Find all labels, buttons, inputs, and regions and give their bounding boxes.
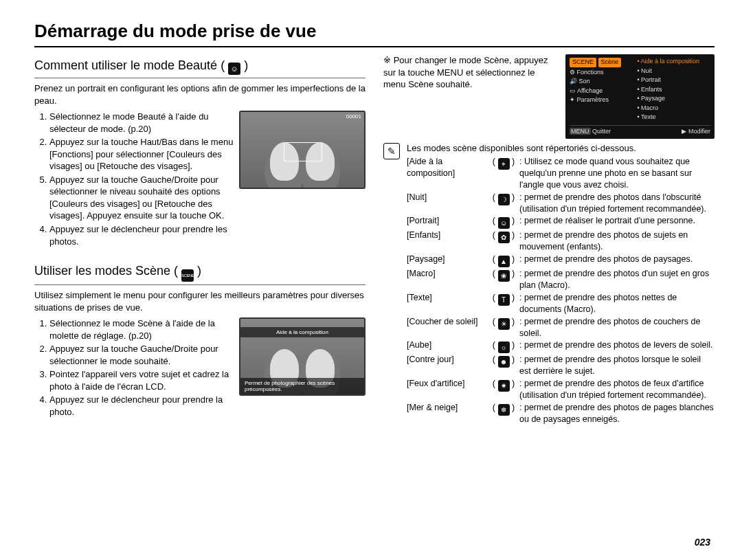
mode-row: [Contre jour]( ☻ ): permet de prendre de… [407,354,715,377]
note-content: Les modes scène disponibles sont réperto… [407,143,715,426]
mode-icon: ❄ [498,404,510,416]
mode-desc: : permet de réaliser le portrait d'une p… [519,215,715,227]
mode-name: [Enfants] [407,229,488,241]
mode-icon: ❀ [498,270,510,282]
mode-desc: : permet de prendre des photos de feux d… [519,378,715,401]
menu-right-item: • Portrait [637,76,710,85]
mode-desc: : Utilisez ce mode quand vous souhaitez … [519,156,715,191]
mode-row: [Coucher de soleil]( ☀ ): permet de pren… [407,316,715,339]
mode-icon-cell: ( ☻ ) [488,354,519,368]
mode-row: [Enfants]( ✿ ): permet de prendre des ph… [407,229,715,253]
right-column: ※ Pour changer le mode Scène, appuyez su… [383,54,715,430]
mode-icon: ☻ [498,356,510,368]
mode-desc: : permet de prendre des photos de levers… [519,339,715,351]
beauty-intro: Prenez un portrait en configurant les op… [34,82,366,107]
change-scene-row: ※ Pour changer le mode Scène, appuyez su… [383,54,715,139]
mode-desc: : permet de prendre des photos d'un suje… [519,268,715,291]
menu-right-item: • Aide à la composition [637,57,710,67]
scene-step: Sélectionnez le mode Scène à l'aide de l… [49,317,235,341]
menu-footer-edit: ▶ Modifier [682,127,710,137]
mode-icon-cell: ( T ) [488,292,519,306]
menu-left-item: ▭ Affichage [570,87,637,96]
mode-icon-cell: ( ✿ ) [488,229,519,243]
mode-icon-cell: ( ▲ ) [488,254,519,267]
mode-desc: : permet de prendre des photos de pages … [519,402,715,425]
mode-desc: : permet de prendre des photos de sujets… [519,229,715,253]
scene-step: Appuyez sur le déclencheur pour prendre … [49,394,235,418]
scene-screenshot: Aide à la composition Permet de photogra… [239,317,366,396]
mode-row: [Texte]( T ): permet de prendre des phot… [407,292,715,315]
shot-counter: 00001 [346,113,361,120]
mode-row: [Portrait]( ☺ ): permet de réaliser le p… [407,215,715,229]
mode-icon-cell: ( ☽ ) [488,192,519,205]
mode-name: [Mer & neige] [407,402,488,414]
mode-desc: : permet de prendre des photos de paysag… [519,254,715,265]
beauty-heading-text: Comment utiliser le mode Beauté ( [34,58,225,72]
mode-icon: ☽ [498,194,510,205]
change-scene-text: Pour changer le mode Scène, appuyez sur … [383,55,548,89]
mode-name: [Macro] [407,268,488,280]
scene-heading: Utiliser les modes Scène ( SCENE ) [34,264,366,285]
scene-block: Aide à la composition Permet de photogra… [34,317,366,418]
mode-desc: : permet de prendre des photos dans l'ob… [519,192,715,215]
mode-name: [Nuit] [407,192,488,203]
change-scene-note: ※ Pour changer le mode Scène, appuyez su… [383,54,557,91]
page-title: Démarrage du mode prise de vue [34,21,715,47]
scene-heading-text: Utiliser les modes Scène ( [34,264,178,278]
beauty-heading: Comment utiliser le mode Beauté ( ☺ ) [34,58,366,78]
mode-name: [Aube] [407,339,488,351]
mode-icon: ▲ [498,256,510,267]
menu-right-item: • Paysage [637,94,710,104]
beauty-heading-close: ) [244,58,248,72]
focus-rect-icon [284,142,322,161]
mode-row: [Nuit]( ☽ ): permet de prendre des photo… [407,192,715,215]
beauty-step: Appuyez sur la touche Gauche/Droite pour… [49,174,235,222]
mode-icon: ☀ [498,318,510,330]
mode-desc: : permet de prendre des photos nettes de… [519,292,715,315]
scene-shot-top-band: Aide à la composition [240,327,364,337]
mode-name: [Contre jour] [407,354,488,366]
mode-icon-cell: ( ⌖ ) [488,156,519,170]
mode-icon-cell: ( ✷ ) [488,378,519,392]
scene-screenshot-image: Aide à la composition Permet de photogra… [240,319,364,394]
note-row: ✎ Les modes scène disponibles sont réper… [383,143,715,426]
scene-shot-bottom-band: Permet de photographier des scènes préco… [240,378,364,394]
scene-menu-screenshot: SCENE Scène ⚙ Fonctions 🔊 Son ▭ Affichag… [565,54,715,139]
menu-left-item: ✦ Paramètres [570,96,637,105]
mode-desc: : permet de prendre des photos de couche… [519,316,715,339]
mode-icon-cell: ( ☺ ) [488,215,519,229]
scene-icon: SCENE [181,269,194,282]
mode-icon-cell: ( ☀ ) [488,316,519,330]
modes-list: [Aide à la composition]( ⌖ ): Utilisez c… [407,156,715,425]
beauty-step: Appuyez sur la touche Haut/Bas dans le m… [49,136,235,172]
note-icon: ✎ [383,143,400,159]
mode-row: [Paysage]( ▲ ): permet de prendre des ph… [407,254,715,267]
menu-left-item: ⚙ Fonctions [570,68,637,78]
menu-right-item: • Enfants [637,85,710,95]
beauty-screenshot: 00001 [239,111,366,189]
mode-icon: ☺ [498,217,510,229]
mode-icon: ⌖ [498,158,510,170]
mode-name: [Coucher de soleil] [407,316,488,328]
mode-name: [Portrait] [407,215,488,227]
mode-name: [Feux d'artifice] [407,378,488,390]
mode-name: [Paysage] [407,254,488,265]
menu-right-item: • Texte [637,113,710,122]
left-column: Comment utiliser le mode Beauté ( ☺ ) Pr… [34,54,366,430]
mode-icon: ✷ [498,380,510,392]
menu-right-item: • Macro [637,104,710,113]
mode-row: [Aube]( ☼ ): permet de prendre des photo… [407,339,715,353]
menu-right-item: • Nuit [637,67,710,76]
beauty-screenshot-image: 00001 [240,112,364,188]
mode-icon-cell: ( ❄ ) [488,402,519,416]
mode-icon-cell: ( ❀ ) [488,268,519,282]
scene-step: Appuyez sur la touche Gauche/Droite pour… [49,343,235,367]
scene-intro: Utilisez simplement le menu pour configu… [34,289,366,313]
mode-name: [Aide à la composition] [407,156,488,179]
beauty-icon: ☺ [228,63,240,75]
mode-desc: : permet de prendre des photos lorsque l… [519,354,715,377]
mode-row: [Macro]( ❀ ): permet de prendre des phot… [407,268,715,291]
page-number: 023 [695,537,710,548]
scene-heading-close: ) [197,264,201,278]
mode-row: [Aide à la composition]( ⌖ ): Utilisez c… [407,156,715,191]
